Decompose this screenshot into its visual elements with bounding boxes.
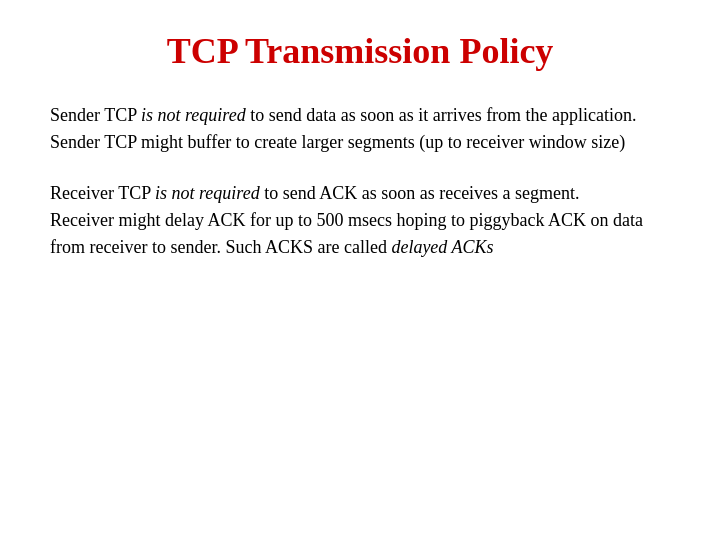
sender-line-1-text: Sender TCP is not required to send data … (50, 105, 637, 125)
delayed-acks-italic: delayed ACKs (391, 237, 493, 257)
slide-title: TCP Transmission Policy (50, 30, 670, 72)
sender-paragraph: Sender TCP is not required to send data … (50, 102, 670, 156)
receiver-paragraph: Receiver TCP is not required to send ACK… (50, 180, 670, 261)
slide: TCP Transmission Policy Sender TCP is no… (0, 0, 720, 540)
sender-line-2-text: Sender TCP might buffer to create larger… (50, 132, 625, 152)
receiver-line-2-text: Receiver might delay ACK for up to 500 m… (50, 210, 643, 257)
receiver-not-required-italic: is not required (155, 183, 260, 203)
slide-content: Sender TCP is not required to send data … (50, 102, 670, 285)
sender-not-required-italic: is not required (141, 105, 246, 125)
receiver-line-1-text: Receiver TCP is not required to send ACK… (50, 183, 580, 203)
